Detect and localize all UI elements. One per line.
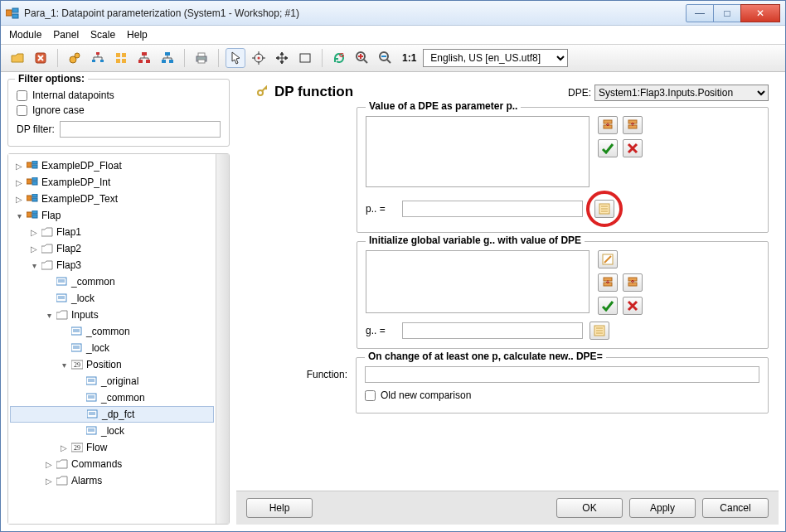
tree-item--lock[interactable]: _lock xyxy=(10,340,214,356)
tree-red-icon[interactable] xyxy=(134,48,154,68)
expander-icon[interactable]: ▾ xyxy=(43,311,55,320)
p-value-input[interactable] xyxy=(402,201,583,217)
g-move-up-button[interactable] xyxy=(623,273,643,292)
leaf-icon xyxy=(56,292,69,305)
zoom-in-icon[interactable] xyxy=(352,48,372,68)
tree-item-flap2[interactable]: ▷Flap2 xyxy=(10,240,214,257)
gears-icon[interactable] xyxy=(65,48,85,68)
g-delete-button[interactable] xyxy=(623,297,643,315)
cancel-button[interactable]: Cancel xyxy=(702,498,769,518)
print-icon[interactable] xyxy=(192,48,211,68)
tree-item-alarms[interactable]: ▷Alarms xyxy=(10,472,214,489)
p-accept-button[interactable] xyxy=(598,139,618,157)
leaf-icon xyxy=(70,341,84,355)
tree-item--dp-fct[interactable]: _dp_fct xyxy=(10,406,214,423)
expander-icon[interactable]: ▷ xyxy=(28,228,40,237)
tree-blue-icon[interactable] xyxy=(158,48,177,68)
ignore-case-checkbox[interactable]: Ignore case xyxy=(17,104,221,116)
tree-item-label: ExampleDP_Int xyxy=(41,177,110,188)
num-icon xyxy=(70,441,84,454)
g-listbox[interactable] xyxy=(366,250,590,313)
tree-item--lock[interactable]: _lock xyxy=(10,423,214,439)
p-browse-highlight xyxy=(590,194,619,224)
menu-panel[interactable]: Panel xyxy=(53,29,79,41)
tree-item--original[interactable]: _original xyxy=(10,373,214,389)
old-new-comparison-checkbox[interactable]: Old new comparison xyxy=(365,389,759,401)
tree-item-exampledp-int[interactable]: ▷ExampleDP_Int xyxy=(10,174,214,191)
stop-icon[interactable] xyxy=(31,48,51,68)
g-edit-button[interactable] xyxy=(598,250,618,268)
p-browse-button[interactable] xyxy=(594,200,614,218)
tree-item-label: Flap1 xyxy=(56,226,81,238)
close-button[interactable]: ✕ xyxy=(740,4,780,22)
tree-item-inputs[interactable]: ▾Inputs xyxy=(10,307,214,323)
expander-icon[interactable]: ▷ xyxy=(58,443,70,452)
zoom-out-icon[interactable] xyxy=(376,48,395,68)
expander-icon[interactable]: ▷ xyxy=(13,162,25,171)
tree-item-position[interactable]: ▾Position xyxy=(10,356,214,373)
tree-item-commands[interactable]: ▷Commands xyxy=(10,456,214,472)
tree-item--lock[interactable]: _lock xyxy=(10,290,214,307)
internal-datapoints-checkbox[interactable]: Internal datapoints xyxy=(17,89,221,101)
folder-icon xyxy=(56,308,69,322)
dpe-select[interactable]: System1:Flap3.Inputs.Position xyxy=(594,85,769,101)
window-title: Para_1: Datapoint parameterization (Syst… xyxy=(24,7,687,19)
tree-item-flap1[interactable]: ▷Flap1 xyxy=(10,224,214,240)
expander-icon[interactable]: ▾ xyxy=(58,360,70,370)
language-select[interactable]: English, US [en_US.utf8] xyxy=(423,49,568,67)
function-input[interactable] xyxy=(365,366,759,383)
open-icon[interactable] xyxy=(7,48,27,68)
hierarchy-icon[interactable] xyxy=(88,48,108,68)
expander-icon[interactable]: ▾ xyxy=(13,211,25,220)
tree-item--common[interactable]: _common xyxy=(10,273,214,290)
tree-item-label: Flap3 xyxy=(56,259,81,271)
g-value-input[interactable] xyxy=(402,322,583,339)
expander-icon[interactable]: ▷ xyxy=(43,476,55,486)
tree-scrollbar[interactable] xyxy=(216,154,229,524)
g-browse-button[interactable] xyxy=(590,322,609,340)
minimize-button[interactable]: — xyxy=(686,4,714,22)
tree-item-label: Alarms xyxy=(71,475,102,486)
expander-icon[interactable]: ▾ xyxy=(28,261,40,270)
g-equals-label: g.. = xyxy=(366,325,395,336)
right-panel: DP function DPE: System1:Flap3.Inputs.Po… xyxy=(236,79,779,525)
app-icon xyxy=(6,7,19,20)
p-move-up-button[interactable] xyxy=(623,116,643,134)
menu-help[interactable]: Help xyxy=(127,29,148,41)
p-move-down-button[interactable] xyxy=(598,116,618,134)
g-accept-button[interactable] xyxy=(598,297,618,315)
rect-icon[interactable] xyxy=(295,48,315,68)
expander-icon[interactable]: ▷ xyxy=(13,178,25,187)
tree-item--common[interactable]: _common xyxy=(10,389,214,406)
tree-item-exampledp-text[interactable]: ▷ExampleDP_Text xyxy=(10,191,214,207)
tree-item--common[interactable]: _common xyxy=(10,323,214,340)
tree-item-flow[interactable]: ▷Flow xyxy=(10,439,214,456)
tree-item-flap3[interactable]: ▾Flap3 xyxy=(10,257,214,273)
menu-scale[interactable]: Scale xyxy=(90,29,115,41)
tree-item-exampledp-float[interactable]: ▷ExampleDP_Float xyxy=(10,157,214,174)
key-icon xyxy=(256,85,269,99)
svg-rect-35 xyxy=(146,60,150,63)
menu-module[interactable]: Module xyxy=(9,29,41,41)
menubar: Module Panel Scale Help xyxy=(1,26,785,44)
expander-icon[interactable]: ▷ xyxy=(28,244,40,254)
move-icon[interactable] xyxy=(272,48,292,68)
group-parameter-p: Value of a DPE as parameter p.. xyxy=(357,107,769,233)
ok-button[interactable]: OK xyxy=(556,498,623,518)
scale-label[interactable]: 1:1 xyxy=(399,52,420,64)
expander-icon[interactable]: ▷ xyxy=(13,195,25,204)
p-listbox[interactable] xyxy=(366,116,590,187)
pointer-icon[interactable] xyxy=(226,48,245,68)
group-global-g: Initialize global variable g.. with valu… xyxy=(357,241,769,349)
grid-icon[interactable] xyxy=(111,48,131,68)
target-icon[interactable] xyxy=(249,48,269,68)
help-button[interactable]: Help xyxy=(246,498,313,518)
g-move-down-button[interactable] xyxy=(598,273,618,292)
apply-button[interactable]: Apply xyxy=(629,498,696,518)
maximize-button[interactable]: □ xyxy=(713,4,741,22)
tree-item-flap[interactable]: ▾Flap xyxy=(10,207,214,224)
p-delete-button[interactable] xyxy=(623,139,643,157)
dp-filter-input[interactable] xyxy=(60,121,221,138)
refresh-icon[interactable]: G xyxy=(329,48,349,68)
expander-icon[interactable]: ▷ xyxy=(43,460,55,469)
